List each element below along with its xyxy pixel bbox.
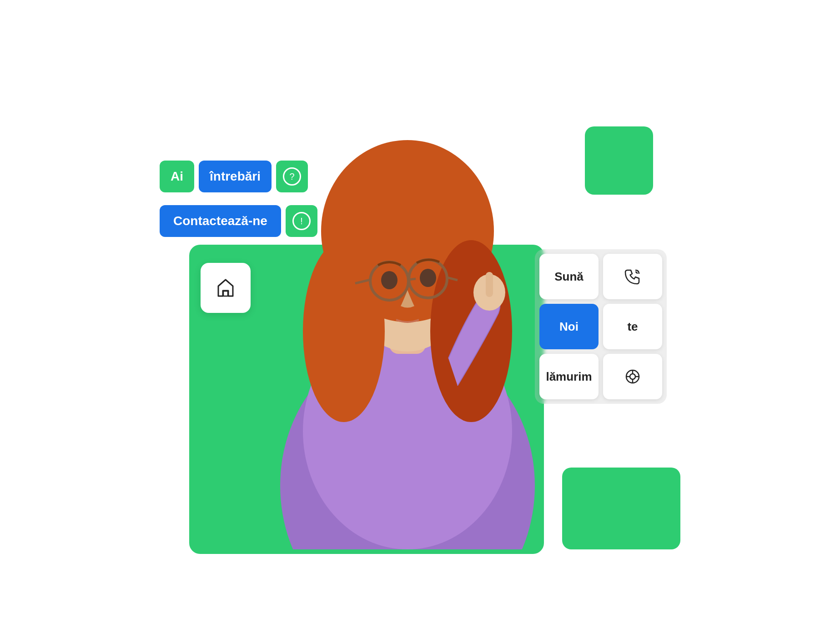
grid-cell-te[interactable]: te: [603, 304, 662, 349]
decorative-green-square-top-right: [585, 126, 653, 195]
grid-cell-support-icon[interactable]: [603, 354, 662, 399]
chip-ai[interactable]: Ai: [160, 161, 194, 192]
home-icon: [215, 277, 236, 299]
svg-point-12: [381, 271, 397, 289]
chip-intrebari[interactable]: întrebări: [199, 161, 272, 192]
grid-cell-suna[interactable]: Sună: [539, 254, 599, 299]
person-svg: [267, 113, 548, 549]
chip-exclamation-icon[interactable]: !: [286, 205, 317, 237]
svg-rect-15: [486, 272, 493, 297]
grid-cell-noi[interactable]: Noi: [539, 304, 599, 349]
chip-contacteaza[interactable]: Contactează-ne: [160, 205, 281, 237]
question-circle-icon: ?: [283, 167, 301, 186]
exclamation-circle-icon: !: [292, 212, 311, 230]
svg-point-5: [303, 240, 385, 422]
svg-line-9: [408, 279, 416, 280]
decorative-green-square-bottom-right: [562, 468, 680, 549]
grid-cell-phone-icon[interactable]: [603, 254, 662, 299]
chip-question-icon[interactable]: ?: [276, 161, 308, 192]
person-illustration: [248, 72, 567, 549]
support-icon: [623, 367, 643, 387]
grid-cell-lamurim[interactable]: lămurim: [539, 354, 599, 399]
svg-rect-16: [223, 291, 228, 296]
home-card[interactable]: [201, 263, 251, 313]
chips-area: Ai întrebări ?: [160, 161, 308, 192]
svg-point-13: [420, 269, 436, 287]
phone-icon: [623, 267, 643, 287]
right-contact-grid: Sună Noi te lămurim: [535, 249, 667, 404]
chips-row2: Contactează-ne !: [160, 205, 317, 237]
svg-point-18: [630, 374, 635, 379]
scene: Ai întrebări ? Contactează-ne ! Sună Noi…: [135, 72, 680, 572]
